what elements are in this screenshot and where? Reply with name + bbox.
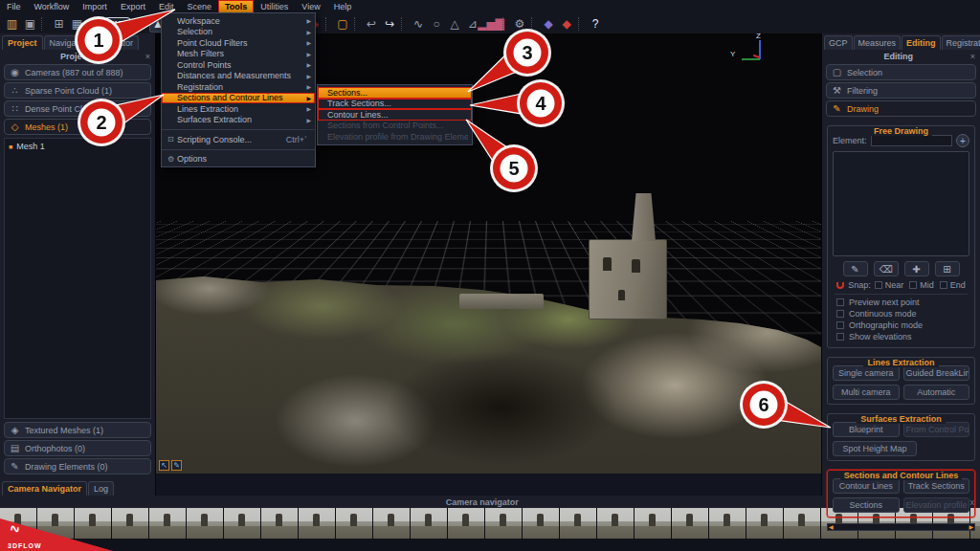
orthophotos-item[interactable]: ▤ Orthophotos (0) <box>4 440 151 456</box>
toolbar-separator[interactable] <box>41 17 48 31</box>
camera-thumbnail[interactable] <box>411 508 447 539</box>
zephyr-red-cube-icon[interactable]: ◆ <box>558 14 576 33</box>
menu-bar-item[interactable]: Help <box>327 0 359 13</box>
masquerade-icon[interactable]: ∴ <box>86 14 104 33</box>
images-icon[interactable]: ▦ <box>68 14 86 33</box>
right-panel-tab[interactable]: Measures <box>854 35 902 50</box>
camera-thumbnail[interactable] <box>149 508 186 539</box>
mesh-list-item[interactable]: ■ Mesh 1 <box>9 142 146 151</box>
tools-menu-item[interactable] <box>162 125 315 130</box>
drawing-option[interactable]: Orthographic mode <box>836 320 969 330</box>
horizontal-scrollbar[interactable]: ◀ ▶ <box>827 523 975 531</box>
cameras-item[interactable]: ◉ Cameras (887 out of 888) <box>4 64 151 80</box>
toolbar-separator[interactable] <box>578 17 585 31</box>
camera-thumbnail[interactable] <box>261 508 298 539</box>
menu-item-options[interactable]: ⚙ Options <box>162 154 315 165</box>
sparse-point-cloud-item[interactable]: ∴ Sparse Point Cloud (1) <box>4 82 151 99</box>
save-project-icon[interactable]: ▣ <box>21 14 39 33</box>
camera-thumbnail[interactable] <box>672 508 708 539</box>
menu-tools[interactable]: Tools <box>218 0 254 13</box>
tools-menu-item[interactable]: Surfaces Extraction ▶ <box>162 115 315 126</box>
submenu-item-track-sections[interactable]: Track Sections... <box>318 99 472 110</box>
workspace-icon[interactable]: ⊞ <box>50 14 68 33</box>
menu-bar-item[interactable]: Import <box>76 0 114 13</box>
lines-extraction-button[interactable]: Automatic <box>903 385 970 400</box>
selection-mode-button[interactable]: ▢ Selection <box>826 64 976 80</box>
textured-meshes-item[interactable]: ◈ Textured Meshes (1) <box>4 422 151 438</box>
tools-menu-item[interactable]: Point Cloud Filters ▶ <box>162 37 315 49</box>
right-panel-tab[interactable]: GCP <box>824 35 853 50</box>
left-panel-tab[interactable]: Project <box>2 35 43 50</box>
tools-menu-item[interactable] <box>162 145 315 150</box>
menu-bar-item[interactable]: Export <box>114 0 152 13</box>
drawing-option[interactable]: Continuous mode <box>836 309 969 319</box>
tools-menu-item[interactable]: Registration ▶ <box>162 81 315 93</box>
checkbox[interactable] <box>836 298 844 306</box>
close-icon[interactable]: × <box>145 52 150 61</box>
open-project-icon[interactable]: ▥ <box>3 14 21 33</box>
tools-menu-item[interactable]: Control Points ▶ <box>162 59 315 71</box>
toolbar-separator[interactable] <box>502 17 509 31</box>
camera-thumbnail[interactable] <box>746 508 783 539</box>
tools-menu-item[interactable]: Distances and Measurements ▶ <box>162 71 315 82</box>
checkbox[interactable] <box>836 333 844 341</box>
checkbox[interactable] <box>836 321 844 329</box>
lines-extraction-button[interactable]: Multi camera <box>833 385 900 400</box>
drawing-mode-button[interactable]: ✎ Drawing <box>826 100 976 117</box>
camera-thumbnail[interactable] <box>373 508 410 539</box>
camera-thumbnail[interactable] <box>187 508 223 539</box>
menu-bar-item[interactable]: Workflow <box>28 0 77 13</box>
poly-select-icon[interactable]: △ <box>446 14 464 33</box>
sections-submenu-item[interactable]: Elevation profile from Drawing Element..… <box>318 131 472 143</box>
close-icon[interactable]: × <box>970 52 975 61</box>
wasd-navigation-badge[interactable]: WASD <box>104 17 131 30</box>
sections-submenu-item[interactable]: Sections from Control Points... <box>318 121 472 132</box>
menu-item-sections-and-contour-lines[interactable]: Sections and Contour Lines ▶ <box>162 93 315 104</box>
checkbox[interactable] <box>836 310 844 318</box>
camera-thumbnail[interactable] <box>597 508 634 539</box>
camera-thumbnail[interactable] <box>523 508 559 539</box>
camera-thumbnail[interactable] <box>299 508 335 539</box>
dense-point-clouds-item[interactable]: ∷ Dense Point Clouds (1) <box>4 100 151 117</box>
snap-option[interactable]: End <box>940 280 966 290</box>
filtering-mode-button[interactable]: ⚒ Filtering <box>826 82 976 99</box>
zephyr-blue-cube-icon[interactable]: ◆ <box>540 14 558 33</box>
checkbox[interactable] <box>909 281 917 289</box>
toolbar-separator[interactable] <box>354 17 361 31</box>
camera-thumbnail[interactable] <box>635 508 671 539</box>
camera-thumbnail[interactable] <box>112 508 148 539</box>
sections-contour-button[interactable]: Elevation profile <box>903 497 970 513</box>
submenu-item-sections[interactable]: Sections... <box>318 87 472 99</box>
drawing-elements-list[interactable] <box>833 151 969 256</box>
tools-menu-item[interactable]: Mesh Filters ▶ <box>162 49 315 60</box>
camera-thumbnail[interactable] <box>448 508 484 539</box>
camera-thumbnail[interactable] <box>709 508 746 539</box>
undo-icon[interactable]: ↩ <box>363 14 381 33</box>
checkbox[interactable] <box>940 281 947 289</box>
pencil-overlay-button[interactable]: ✎ <box>171 460 182 471</box>
menu-bar-item[interactable]: View <box>295 0 326 13</box>
camera-thumbnail[interactable] <box>224 508 260 539</box>
submenu-item-contour-lines[interactable]: Contour Lines... <box>318 109 472 121</box>
lasso-select-icon[interactable]: ∿ <box>410 14 428 33</box>
move-point-icon[interactable]: ✚ <box>904 261 929 276</box>
left-panel-tab[interactable]: Navigator <box>44 35 93 50</box>
eraser-icon[interactable]: ⌫ <box>874 261 899 276</box>
draw-icon[interactable]: ✎ <box>843 261 868 276</box>
right-panel-tab[interactable]: Editing <box>902 35 941 50</box>
left-bottom-tab[interactable]: Camera Navigator <box>2 481 87 496</box>
drawing-option[interactable]: Show elevations <box>836 332 969 342</box>
drawing-elements-item[interactable]: ✎ Drawing Elements (0) <box>4 458 151 474</box>
edit-element-icon[interactable]: ⊞ <box>935 261 960 276</box>
drawing-option[interactable]: Preview next point <box>836 298 969 307</box>
right-panel-tab[interactable]: Registration <box>942 35 980 50</box>
camera-thumbnail[interactable] <box>784 508 820 539</box>
camera-thumbnail[interactable] <box>336 508 372 539</box>
sections-contour-button[interactable]: Sections <box>833 497 900 513</box>
toolbar-separator[interactable] <box>531 17 538 31</box>
light-icon[interactable]: ☀ <box>131 14 149 33</box>
tools-menu-item[interactable]: Lines Extraction ▶ <box>162 103 315 115</box>
tools-menu-item[interactable]: Selection ▶ <box>162 27 315 38</box>
toolbar-separator[interactable] <box>325 17 332 31</box>
redo-icon[interactable]: ↪ <box>381 14 399 33</box>
